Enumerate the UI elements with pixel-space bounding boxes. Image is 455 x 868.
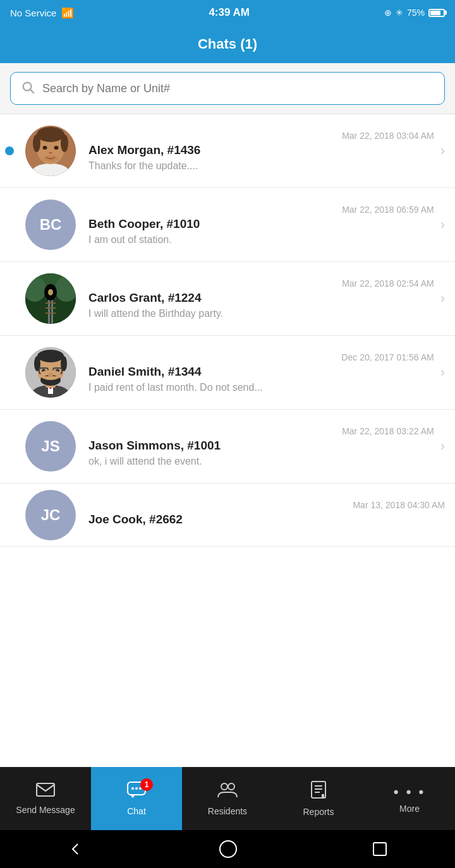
- nav-label-send-message: Send Message: [16, 805, 75, 815]
- chat-timestamp-daniel: Dec 20, 2017 01:56 AM: [341, 352, 434, 362]
- more-icon: • • •: [394, 784, 425, 800]
- chat-item-carlos[interactable]: Mar 22, 2018 02:54 AM Carlos Grant, #122…: [0, 262, 455, 336]
- svg-point-48: [228, 783, 234, 790]
- bluetooth-icon: ✳: [396, 8, 403, 18]
- nav-item-more[interactable]: • • • More: [364, 767, 455, 830]
- home-button[interactable]: [219, 840, 237, 858]
- chevron-alex: ›: [440, 143, 445, 159]
- status-right: ⊕ ✳ 75%: [384, 8, 445, 18]
- nav-label-reports: Reports: [303, 807, 334, 817]
- chat-icon-badge: 1: [126, 781, 147, 803]
- chat-name-daniel: Daniel Smith, #1344: [88, 365, 434, 379]
- chat-item-beth[interactable]: BC Mar 22, 2018 06:59 AM Beth Cooper, #1…: [0, 188, 455, 262]
- nav-item-send-message[interactable]: Send Message: [0, 767, 91, 830]
- chat-timestamp-beth: Mar 22, 2018 06:59 AM: [342, 205, 434, 215]
- battery-percent: 75%: [407, 8, 425, 18]
- chat-item-alex[interactable]: Mar 22, 2018 03:04 AM Alex Morgan, #1436…: [0, 114, 455, 188]
- svg-rect-21: [46, 307, 56, 309]
- send-message-icon: [36, 782, 55, 802]
- system-bar: [0, 830, 455, 868]
- nav-item-residents[interactable]: Residents: [182, 767, 273, 830]
- carrier-text: No Service: [10, 8, 56, 18]
- svg-point-11: [43, 155, 58, 162]
- avatar-alex: [25, 126, 76, 176]
- svg-point-45: [135, 787, 138, 790]
- nav-label-chat: Chat: [127, 806, 146, 816]
- search-icon: [21, 80, 35, 97]
- chat-timestamp-carlos: Mar 22, 2018 02:54 AM: [342, 278, 434, 288]
- svg-point-47: [221, 783, 228, 790]
- avatar-daniel: [25, 347, 76, 398]
- avatar-jason: JS: [25, 421, 76, 472]
- app-header: Chats (1): [0, 25, 455, 63]
- svg-point-31: [37, 350, 64, 362]
- svg-rect-20: [46, 302, 56, 304]
- nav-item-chat[interactable]: 1 Chat: [91, 767, 182, 830]
- chat-list: Mar 22, 2018 03:04 AM Alex Morgan, #1436…: [0, 114, 455, 547]
- search-input[interactable]: [42, 82, 434, 95]
- reports-icon: [310, 780, 327, 804]
- status-left: No Service 📶: [10, 7, 74, 19]
- chat-name-alex: Alex Morgan, #1436: [88, 143, 434, 157]
- chat-preview-beth: I am out of station.: [88, 234, 434, 246]
- svg-point-6: [37, 127, 64, 142]
- chat-content-carlos: Mar 22, 2018 02:54 AM Carlos Grant, #122…: [88, 278, 434, 319]
- location-icon: ⊕: [384, 8, 392, 18]
- search-container: [0, 63, 455, 114]
- svg-rect-42: [37, 783, 54, 796]
- chat-name-beth: Beth Cooper, #1010: [88, 217, 434, 231]
- header-title: Chats (1): [198, 36, 257, 52]
- svg-point-41: [48, 373, 53, 377]
- nav-label-residents: Residents: [208, 806, 247, 816]
- recent-button[interactable]: [373, 842, 387, 856]
- nav-item-reports[interactable]: Reports: [273, 767, 364, 830]
- chat-content-joe: Mar 13, 2018 04:30 AM Joe Cook, #2662: [88, 500, 445, 530]
- chat-name-carlos: Carlos Grant, #1224: [88, 291, 434, 305]
- chat-content-beth: Mar 22, 2018 06:59 AM Beth Cooper, #1010…: [88, 205, 434, 246]
- svg-point-24: [48, 289, 53, 295]
- svg-point-7: [33, 134, 40, 152]
- chat-timestamp-alex: Mar 22, 2018 03:04 AM: [342, 131, 434, 141]
- svg-point-8: [61, 134, 68, 152]
- chevron-carlos: ›: [440, 290, 445, 307]
- wifi-icon: 📶: [61, 7, 74, 19]
- svg-line-1: [30, 90, 33, 93]
- chat-content-alex: Mar 22, 2018 03:04 AM Alex Morgan, #1436…: [88, 131, 434, 172]
- residents-icon: [217, 781, 238, 803]
- chat-badge-count: 1: [140, 778, 153, 791]
- back-button[interactable]: [68, 841, 83, 857]
- chat-name-joe: Joe Cook, #2662: [88, 513, 445, 526]
- chat-item-daniel[interactable]: Dec 20, 2017 01:56 AM Daniel Smith, #134…: [0, 336, 455, 410]
- avatar-joe: JC: [25, 490, 76, 540]
- chat-timestamp-joe: Mar 13, 2018 04:30 AM: [353, 500, 445, 510]
- chat-content-daniel: Dec 20, 2017 01:56 AM Daniel Smith, #134…: [88, 352, 434, 393]
- status-time: 4:39 AM: [209, 6, 250, 19]
- chevron-jason: ›: [440, 438, 445, 455]
- chat-preview-jason: ok, i will attend the event.: [88, 456, 434, 467]
- chat-item-jason[interactable]: JS Mar 22, 2018 03:22 AM Jason Simmons, …: [0, 410, 455, 484]
- avatar-beth: BC: [25, 199, 76, 250]
- chat-content-jason: Mar 22, 2018 03:22 AM Jason Simmons, #10…: [88, 426, 434, 467]
- battery-icon: [428, 9, 445, 17]
- chat-preview-alex: Thanks for the update....: [88, 160, 434, 172]
- svg-rect-22: [46, 312, 56, 314]
- unread-dot: [5, 146, 14, 155]
- chat-item-joe[interactable]: JC Mar 13, 2018 04:30 AM Joe Cook, #2662: [0, 484, 455, 547]
- status-bar: No Service 📶 4:39 AM ⊕ ✳ 75%: [0, 0, 455, 25]
- svg-point-9: [43, 146, 47, 150]
- chat-preview-daniel: I paid rent of last month. Do not send..…: [88, 382, 434, 393]
- chevron-daniel: ›: [440, 364, 445, 381]
- chat-name-jason: Jason Simmons, #1001: [88, 439, 434, 453]
- chat-preview-carlos: I will attend the Birthday party.: [88, 308, 434, 319]
- svg-point-44: [131, 787, 134, 790]
- avatar-carlos: [25, 273, 76, 324]
- chevron-beth: ›: [440, 217, 445, 233]
- chat-timestamp-jason: Mar 22, 2018 03:22 AM: [342, 426, 434, 436]
- svg-point-10: [54, 146, 59, 150]
- nav-label-more: More: [399, 804, 420, 814]
- bottom-nav: Send Message 1 Chat Residents: [0, 767, 455, 830]
- search-box[interactable]: [10, 72, 445, 105]
